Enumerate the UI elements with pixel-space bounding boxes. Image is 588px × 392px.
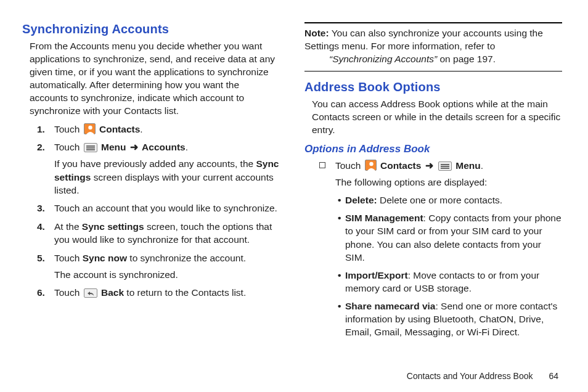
chapter-title: Contacts and Your Address Book bbox=[407, 371, 533, 381]
heading-address-book: Address Book Options bbox=[304, 80, 562, 94]
step-5: 5. Touch Sync now to synchronize the acc… bbox=[37, 251, 280, 282]
back-icon bbox=[84, 288, 97, 298]
note-box: Note: You can also synchronize your acco… bbox=[304, 22, 562, 71]
touch-list: Touch Contacts ➜ Menu. The following opt… bbox=[319, 159, 562, 339]
heading-sync-accounts: Synchronizing Accounts bbox=[22, 22, 280, 36]
menu-icon bbox=[84, 143, 97, 152]
arrow-icon: ➜ bbox=[425, 159, 433, 172]
option-delete: Delete: Delete one or more contacts. bbox=[338, 194, 562, 206]
step-2-sub: If you have previously added any account… bbox=[54, 157, 280, 197]
step-2: 2. Touch Menu ➜ Accounts. If you have pr… bbox=[37, 141, 280, 197]
step-3: 3. Touch an account that you would like … bbox=[37, 202, 280, 214]
menu-icon bbox=[438, 161, 452, 171]
subheading-options: Options in Address Book bbox=[304, 143, 562, 155]
contacts-icon bbox=[365, 160, 377, 171]
touch-item: Touch Contacts ➜ Menu. The following opt… bbox=[319, 159, 562, 339]
svg-point-1 bbox=[369, 161, 373, 165]
page-footer: Contacts and Your Address Book 64 bbox=[407, 371, 558, 381]
intro-sync: From the Accounts menu you decide whethe… bbox=[30, 40, 280, 118]
option-share: Share namecard via: Send one or more con… bbox=[338, 300, 562, 338]
note-ref: “Synchronizing Accounts” bbox=[329, 54, 437, 64]
contacts-label: Contacts bbox=[99, 124, 140, 134]
note-label: Note: bbox=[304, 28, 329, 38]
left-column: Synchronizing Accounts From the Accounts… bbox=[22, 22, 280, 343]
step-1-text: Touch bbox=[54, 124, 83, 134]
arrow-icon: ➜ bbox=[130, 141, 138, 153]
option-import: Import/Export: Move contacts to or from … bbox=[338, 269, 562, 295]
steps-list: 1. Touch Contacts. 2. Touch Menu ➜ Accou… bbox=[37, 123, 280, 300]
step-4: 4. At the Sync settings screen, touch th… bbox=[37, 220, 280, 247]
contacts-icon bbox=[84, 123, 96, 134]
step-1: 1. Touch Contacts. bbox=[37, 123, 280, 136]
intro-address-book: You can access Address Book options whil… bbox=[312, 98, 562, 137]
step-6: 6. Touch Back to return to the Contacts … bbox=[37, 286, 280, 299]
option-sim: SIM Management: Copy contacts from your … bbox=[338, 211, 562, 263]
svg-point-0 bbox=[88, 125, 92, 129]
right-column: Note: You can also synchronize your acco… bbox=[304, 22, 562, 343]
page-number: 64 bbox=[549, 371, 558, 381]
options-bullets: Delete: Delete one or more contacts. SIM… bbox=[338, 194, 562, 338]
